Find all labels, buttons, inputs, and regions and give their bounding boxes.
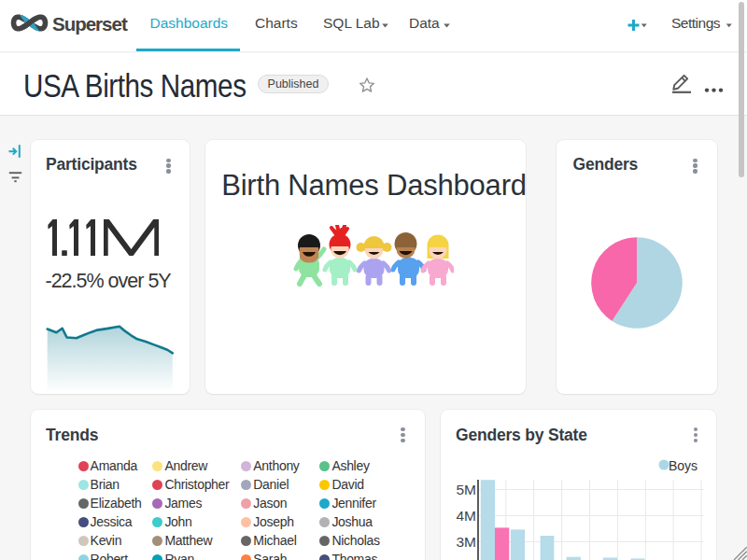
svg-text:3M: 3M [456, 534, 476, 550]
svg-text:5M: 5M [456, 482, 476, 497]
svg-text:4M: 4M [456, 508, 476, 524]
